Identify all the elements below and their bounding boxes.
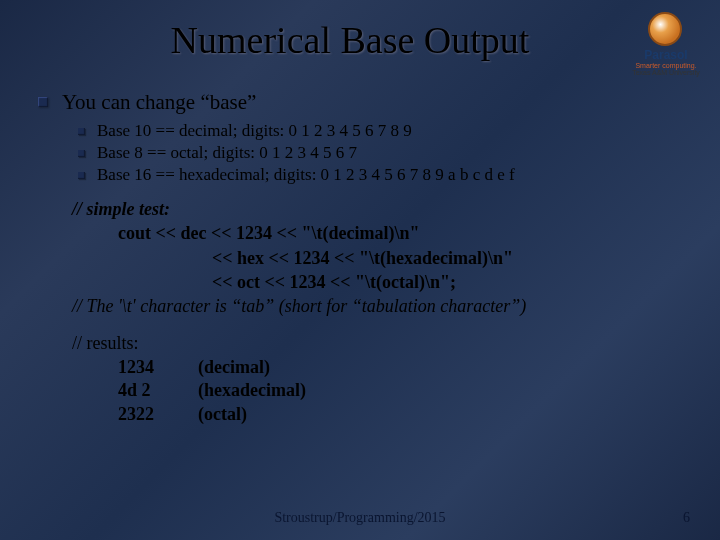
code-example: // simple test: cout << dec << 1234 << "… <box>72 197 690 318</box>
sub-bullet-text: Base 10 == decimal; digits: 0 1 2 3 4 5 … <box>97 121 412 141</box>
code-line: << oct << 1234 << "\t(octal)\n"; <box>72 270 690 294</box>
logo-org: Texas A&M University <box>626 69 706 77</box>
list-item: Base 10 == decimal; digits: 0 1 2 3 4 5 … <box>78 121 690 141</box>
sub-bullet-list: Base 10 == decimal; digits: 0 1 2 3 4 5 … <box>78 121 690 185</box>
result-label: (hexadecimal) <box>198 379 306 402</box>
page-number: 6 <box>683 510 690 526</box>
list-item: Base 8 == octal; digits: 0 1 2 3 4 5 6 7 <box>78 143 690 163</box>
bullet-main-text: You can change “base” <box>62 90 256 115</box>
parasol-icon <box>636 12 696 48</box>
slide-content: You can change “base” Base 10 == decimal… <box>30 90 690 426</box>
bullet-main: You can change “base” <box>38 90 690 115</box>
result-value: 2322 <box>118 403 198 426</box>
result-value: 4d 2 <box>118 379 198 402</box>
slide: Parasol Smarter computing. Texas A&M Uni… <box>0 0 720 540</box>
result-label: (octal) <box>198 403 247 426</box>
code-comment: // The '\t' character is “tab” (short fo… <box>72 294 690 318</box>
result-label: (decimal) <box>198 356 270 379</box>
square-bullet-icon <box>78 128 85 135</box>
square-bullet-icon <box>38 97 48 107</box>
code-comment: // simple test: <box>72 197 690 221</box>
logo-name: Parasol <box>626 48 706 62</box>
table-row: 2322 (octal) <box>72 403 690 426</box>
table-row: 1234 (decimal) <box>72 356 690 379</box>
result-value: 1234 <box>118 356 198 379</box>
list-item: Base 16 == hexadecimal; digits: 0 1 2 3 … <box>78 165 690 185</box>
code-line: cout << dec << 1234 << "\t(decimal)\n" <box>72 221 690 245</box>
code-line: << hex << 1234 << "\t(hexadecimal)\n" <box>72 246 690 270</box>
square-bullet-icon <box>78 150 85 157</box>
logo-tagline: Smarter computing. <box>626 62 706 69</box>
results-block: // results: 1234 (decimal) 4d 2 (hexadec… <box>72 332 690 426</box>
results-heading: // results: <box>72 332 690 355</box>
table-row: 4d 2 (hexadecimal) <box>72 379 690 402</box>
footer-text: Stroustrup/Programming/2015 <box>0 510 720 526</box>
sub-bullet-text: Base 8 == octal; digits: 0 1 2 3 4 5 6 7 <box>97 143 357 163</box>
slide-title: Numerical Base Output <box>10 18 690 62</box>
sub-bullet-text: Base 16 == hexadecimal; digits: 0 1 2 3 … <box>97 165 515 185</box>
logo: Parasol Smarter computing. Texas A&M Uni… <box>626 12 706 77</box>
square-bullet-icon <box>78 172 85 179</box>
